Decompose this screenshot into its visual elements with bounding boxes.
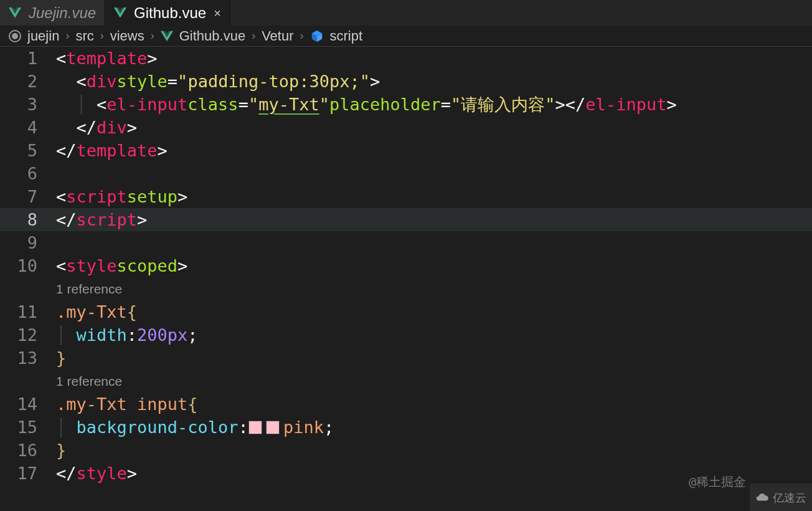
line-number: 5 [0, 139, 56, 162]
code-line[interactable]: 13 } [0, 346, 812, 370]
breadcrumb-item[interactable]: src [75, 28, 93, 44]
tab-label: Github.vue [134, 4, 206, 22]
line-number: 11 [0, 300, 56, 323]
breadcrumb-item[interactable]: script [330, 28, 363, 44]
code-line[interactable]: 14 .my-Txt input { [0, 393, 812, 416]
line-number: 9 [0, 231, 56, 254]
line-number: 1 [0, 47, 56, 70]
line-number: 12 [0, 323, 56, 346]
chevron-right-icon: › [100, 29, 104, 42]
vue-icon [114, 7, 126, 19]
cloud-icon [755, 490, 769, 504]
line-number: 8 [0, 208, 56, 231]
tab-juejin-vue[interactable]: Juejin.vue [0, 0, 105, 26]
line-number: 13 [0, 346, 56, 370]
code-line[interactable]: 7 <script setup> [0, 185, 812, 208]
line-number: 15 [0, 416, 56, 439]
line-number: 14 [0, 393, 56, 416]
chevron-right-icon: › [300, 29, 304, 42]
breadcrumb: juejin › src › views › Github.vue › Vetu… [0, 26, 812, 47]
breadcrumb-item[interactable]: Vetur [262, 28, 293, 44]
codelens[interactable]: 1 reference [0, 277, 812, 300]
chevron-right-icon: › [151, 29, 154, 42]
line-number: 4 [0, 116, 56, 139]
line-number: 7 [0, 185, 56, 208]
record-icon[interactable] [9, 30, 21, 42]
line-number: 3 [0, 93, 56, 116]
line-number: 6 [0, 162, 56, 185]
chevron-right-icon: › [252, 29, 255, 42]
code-line[interactable]: 2 <div style="padding-top:30px;"> [0, 70, 812, 93]
tab-github-vue[interactable]: Github.vue × [105, 0, 230, 26]
editor-tabs: Juejin.vue Github.vue × [0, 0, 812, 26]
breadcrumb-item[interactable]: juejin [27, 28, 59, 44]
code-line[interactable]: 6 [0, 162, 812, 185]
line-number: 17 [0, 462, 56, 485]
tab-label: Juejin.vue [29, 4, 96, 22]
code-line[interactable]: 4 </div> [0, 116, 812, 139]
vue-icon [161, 31, 173, 42]
code-line[interactable]: 11 .my-Txt { [0, 300, 812, 323]
code-editor[interactable]: 1 <template> 2 <div style="padding-top:3… [0, 47, 812, 511]
code-line[interactable]: 1 <template> [0, 47, 812, 70]
line-number: 10 [0, 254, 56, 277]
cube-icon [310, 29, 324, 43]
line-number: 16 [0, 439, 56, 462]
code-line[interactable]: 10 <style scoped> [0, 254, 812, 277]
code-line-active[interactable]: 8 </script> [0, 208, 812, 231]
code-line[interactable]: 15 │ background-color: pink; [0, 416, 812, 439]
codelens[interactable]: 1 reference [0, 370, 812, 393]
breadcrumb-item[interactable]: Github.vue [179, 28, 245, 44]
code-line[interactable]: 3 │ <el-input class="my-Txt" placeholder… [0, 93, 812, 116]
watermark-juejin: @稀土掘金 [689, 470, 746, 494]
code-line[interactable]: 9 [0, 231, 812, 254]
vue-icon [9, 7, 21, 19]
code-line[interactable]: 5 </template> [0, 139, 812, 162]
close-icon[interactable]: × [214, 7, 221, 19]
chevron-right-icon: › [65, 29, 69, 42]
breadcrumb-item[interactable]: views [110, 28, 144, 44]
color-swatch-icon[interactable] [248, 421, 262, 434]
watermark-yisu: 亿速云 [750, 484, 812, 511]
code-line[interactable]: 16 } [0, 439, 812, 462]
color-swatch-icon[interactable] [266, 421, 280, 434]
line-number: 2 [0, 70, 56, 93]
code-line[interactable]: 12 │ width: 200px; [0, 323, 812, 346]
